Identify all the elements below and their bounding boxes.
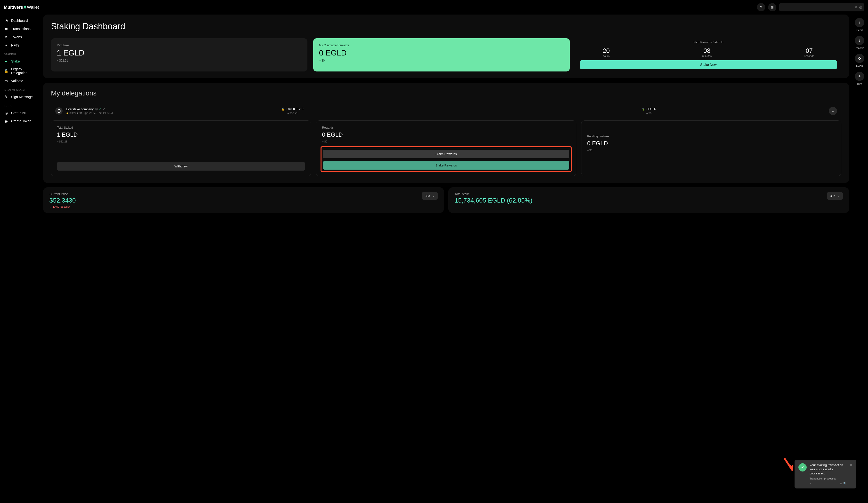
nav-create-token[interactable]: ◉Create Token [0,117,41,125]
card-sub: ≈ $0 [322,140,570,143]
delegations-title: My delegations [51,90,841,97]
brand-logo[interactable]: MultiversXWallet [4,5,39,10]
price-change: ↓-1.4597% today [50,205,76,208]
success-toast: ✓ Your staking transaction was successfu… [795,460,856,489]
total-staked-card: Total Staked 1 EGLD ≈ $52.21 Withdraw [51,120,311,176]
nav-label: Validate [11,79,23,83]
delegation-staked-value: 1.0000 EGLD [286,107,303,111]
price-label: Current Price [50,192,76,196]
lock-open-icon: 🔓 [281,107,285,111]
period-select[interactable]: 30d⌄ [422,192,438,200]
nav-tokens[interactable]: ≋Tokens [0,33,41,41]
card-sub: ≈ $0 [319,59,564,62]
question-icon: ? [760,5,762,9]
help-button[interactable]: ? [757,3,765,11]
check-circle-icon: ✓ [798,463,807,472]
price-value: $52.3430 [50,197,76,204]
delegation-earned-sub: ≈ $0 [647,112,651,115]
down-arrow-icon: ↓ [50,205,51,208]
arrows-icon: ⇄ [4,27,8,31]
buy-button[interactable]: +Buy [855,72,864,85]
power-icon[interactable]: ⏻ [859,6,862,9]
stake-label: Total stake [455,192,533,196]
nav-validate[interactable]: ▭Validate [0,77,41,85]
nav-dashboard[interactable]: ◔Dashboard [0,17,41,25]
nav-stake[interactable]: ●Stake [0,57,41,65]
chevron-down-icon: ⌄ [837,194,840,198]
circle-icon: ◎ [4,111,8,115]
withdraw-button[interactable]: Withdraw [57,162,305,170]
nav-create-nft[interactable]: ◎Create NFT [0,109,41,117]
delegation-staked-sub: ≈ $52.21 [287,112,298,115]
page-title: Staking Dashboard [51,21,841,31]
card-label: My Claimable Rewards [319,44,564,47]
nav-nfts[interactable]: ✦NFTs [0,41,41,50]
disc-icon: ◉ [4,119,8,123]
collapse-button[interactable]: ⌄ [829,107,837,115]
receive-button[interactable]: ↓Receive [855,36,864,50]
delegation-earned-value: 0 EGLD [646,107,656,111]
info-icon: ⓘ [95,107,98,111]
brand-part2: Wallet [27,5,39,10]
colon-icon: : [757,47,759,54]
nav-label: Legacy Delegation [11,67,37,75]
timer-minutes: 08 [702,47,712,54]
nav-label: Stake [11,59,20,63]
provider-logo [55,107,63,115]
search-bar[interactable]: ⧉ ⏻ [779,3,864,11]
copy-icon[interactable]: ⧉ [855,5,857,9]
swap-icon: ⟳ [858,56,861,61]
swap-button[interactable]: ⟳Swap [855,54,864,67]
copy-icon[interactable]: ⧉ [840,482,842,485]
total-stake-panel: Total stake 15,734,605 EGLD (62.85%) 30d… [448,187,849,213]
verified-icon: ✔ [99,107,101,111]
card-icon: ▭ [4,79,8,83]
search-input[interactable] [781,6,853,9]
chevron-down-icon: ⌄ [432,194,435,198]
claim-rewards-button[interactable]: Claim Rewards [323,150,569,158]
period-select[interactable]: 30d⌄ [827,192,843,200]
stake-now-button[interactable]: Stake Now [580,60,837,69]
chevron-down-icon: ⌄ [831,109,834,113]
card-value: 0 EGLD [587,140,835,147]
apps-icon: ⊞ [771,5,774,9]
nav-label: Create NFT [11,111,29,115]
search-icon[interactable]: 🔍 [843,482,847,485]
rewards-card: Rewards 0 EGLD ≈ $0 Claim Rewards Stake … [316,120,576,176]
nav-transactions[interactable]: ⇄Transactions [0,25,41,33]
stake-rewards-button[interactable]: Stake Rewards [323,161,569,170]
provider-apr: ⚡ 8.36% APR [66,112,82,115]
nav-sign-message[interactable]: ✎Sign Message [0,93,41,101]
external-link-icon[interactable]: ↗ [103,107,105,111]
arrow-down-icon: ↓ [859,38,860,43]
apps-button[interactable]: ⊞ [768,3,776,11]
svg-marker-0 [57,109,61,113]
sidebar: ◔Dashboard ⇄Transactions ≋Tokens ✦NFTs S… [0,14,41,503]
nav-legacy-delegation[interactable]: 🔒Legacy Delegation [0,65,41,77]
my-stake-card: My Stake 1 EGLD ≈ $52.21 [51,38,308,72]
pending-unstake-card: Pending unstake 0 EGLD ≈ $0 [581,120,841,176]
next-rewards-card: Next Rewards Batch In 20hours : 08minute… [576,38,841,72]
provider-name: Everstake company [66,107,94,111]
toast-subtitle: Transaction processed [809,477,847,480]
toast-title: Your staking transaction was successfull… [809,463,847,475]
card-sub: ≈ $52.21 [57,59,302,62]
close-button[interactable]: ✕ [850,463,852,467]
timer-hours: 20 [603,47,610,54]
brand-part1: Multivers [4,5,23,10]
timer-seconds-unit: seconds [804,54,814,57]
highlighted-buttons: Claim Rewards Stake Rewards [321,146,571,172]
leaf-icon: 🍃 [642,107,645,111]
card-value: 0 EGLD [319,49,564,57]
card-value: 1 EGLD [57,131,305,138]
card-sub: ≈ $52.21 [57,140,305,143]
arrow-up-icon: ↑ [859,20,860,25]
sparkle-icon: ✦ [4,43,8,48]
send-button[interactable]: ↑Send [855,18,864,31]
pie-icon: ◔ [4,18,8,23]
card-label: My Stake [57,44,302,47]
nav-label: NFTs [11,43,19,47]
nav-label: Transactions [11,27,31,31]
card-label: Pending unstake [587,135,835,138]
brand-x: X [23,5,27,10]
